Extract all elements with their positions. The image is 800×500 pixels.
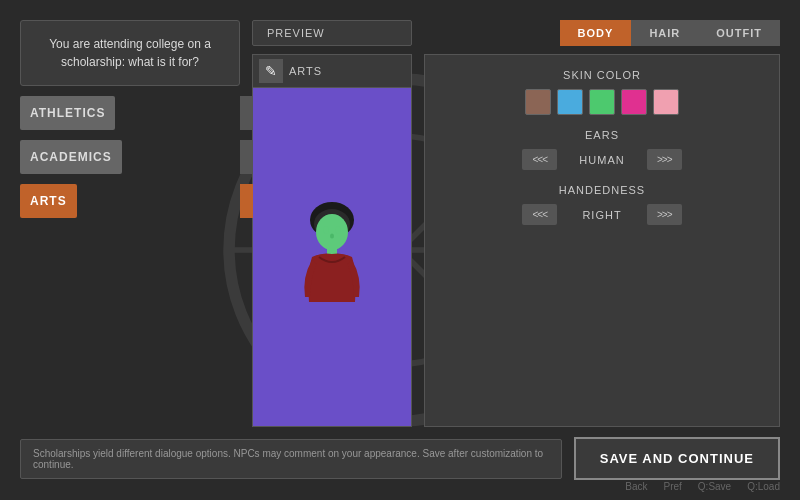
handedness-value: RIGHT	[567, 209, 637, 221]
tabs-row: BODY HAIR OUTFIT	[424, 20, 780, 46]
ears-label: EARS	[585, 129, 619, 141]
arts-option-wrapper: ARTS	[20, 184, 240, 218]
question-text: You are attending college on a scholarsh…	[49, 37, 211, 69]
ears-prev-btn[interactable]: <<<	[522, 149, 557, 170]
brush-icon: ✎	[259, 59, 283, 83]
tab-outfit[interactable]: OUTFIT	[698, 20, 780, 46]
save-continue-button[interactable]: SAVE AND CONTINUE	[574, 437, 780, 480]
svg-point-8	[316, 214, 348, 250]
ears-section: EARS <<< HUMAN >>>	[445, 129, 759, 170]
handedness-selector: <<< RIGHT >>>	[522, 204, 681, 225]
swatch-blue[interactable]	[557, 89, 583, 115]
left-panel: You are attending college on a scholarsh…	[20, 20, 240, 427]
swatch-green[interactable]	[589, 89, 615, 115]
swatch-light-pink[interactable]	[653, 89, 679, 115]
academics-option-wrapper: ACADEMICS	[20, 140, 240, 174]
info-text: Scholarships yield different dialogue op…	[33, 448, 543, 470]
skin-color-swatches	[525, 89, 679, 115]
ears-next-btn[interactable]: >>>	[647, 149, 682, 170]
arts-option-btn[interactable]: ARTS	[20, 184, 77, 218]
svg-point-12	[330, 234, 334, 239]
question-box: You are attending college on a scholarsh…	[20, 20, 240, 86]
ears-value: HUMAN	[567, 154, 637, 166]
handedness-section: HANDEDNESS <<< RIGHT >>>	[445, 184, 759, 225]
preview-top-bar: ✎ ARTS	[253, 55, 411, 88]
preview-character-box: ✎ ARTS	[252, 54, 412, 427]
footer: Back Pref Q:Save Q:Load	[625, 481, 780, 492]
character-svg	[287, 192, 377, 322]
tab-hair[interactable]: HAIR	[631, 20, 698, 46]
arts-tag: ARTS	[289, 65, 322, 77]
athletics-option-btn[interactable]: ATHLETICS	[20, 96, 115, 130]
right-panel: BODY HAIR OUTFIT SKIN COLOR	[424, 20, 780, 427]
customization-panel: SKIN COLOR EARS <<<	[424, 54, 780, 427]
handedness-next-btn[interactable]: >>>	[647, 204, 682, 225]
info-box: Scholarships yield different dialogue op…	[20, 439, 562, 479]
skin-color-section: SKIN COLOR	[445, 69, 759, 115]
ears-selector: <<< HUMAN >>>	[522, 149, 681, 170]
athletics-option-wrapper: ATHLETICS	[20, 96, 240, 130]
middle-panel: PREVIEW ✎ ARTS	[252, 20, 412, 427]
preview-label: PREVIEW	[252, 20, 412, 46]
bottom-row: Scholarships yield different dialogue op…	[20, 437, 780, 480]
tab-body[interactable]: BODY	[560, 20, 632, 46]
svg-point-11	[335, 227, 341, 234]
swatch-brown[interactable]	[525, 89, 551, 115]
svg-point-10	[323, 227, 329, 234]
handedness-prev-btn[interactable]: <<<	[522, 204, 557, 225]
footer-pref[interactable]: Pref	[663, 481, 681, 492]
footer-save[interactable]: Q:Save	[698, 481, 731, 492]
footer-back[interactable]: Back	[625, 481, 647, 492]
academics-option-btn[interactable]: ACADEMICS	[20, 140, 122, 174]
skin-color-label: SKIN COLOR	[563, 69, 641, 81]
footer-load[interactable]: Q:Load	[747, 481, 780, 492]
swatch-pink[interactable]	[621, 89, 647, 115]
character-display	[253, 88, 411, 426]
handedness-label: HANDEDNESS	[559, 184, 645, 196]
